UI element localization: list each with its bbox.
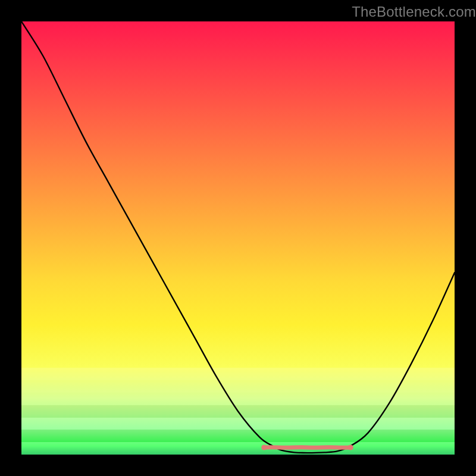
optimal-band-marker [264, 447, 351, 448]
plot-frame [21, 21, 455, 455]
optimal-band-dot-left [261, 445, 267, 450]
bottleneck-curve [21, 21, 455, 453]
plot-area [21, 21, 455, 455]
watermark-text: TheBottleneck.com [352, 4, 476, 20]
chart-svg [21, 21, 455, 455]
optimal-band-dot-right [348, 445, 353, 450]
